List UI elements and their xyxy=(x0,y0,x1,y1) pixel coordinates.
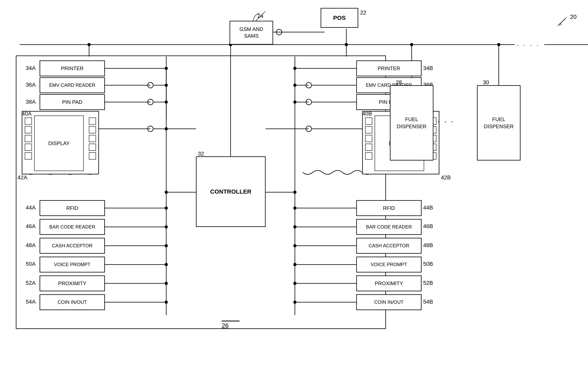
coin-b-label: COIN IN/OUT xyxy=(374,299,404,305)
controller-box: CONTROLLER xyxy=(196,156,266,227)
ref-42a: 42A xyxy=(17,174,27,181)
ref-28: 28 xyxy=(396,79,402,86)
voice-a-box: VOICE PROMPT xyxy=(40,257,105,272)
svg-line-1 xyxy=(558,18,566,26)
ref-26: 26 xyxy=(222,322,229,329)
rfid-a-label: RFID xyxy=(66,205,78,211)
coin-a-label: COIN IN/OUT xyxy=(58,299,87,305)
pos-label: POS xyxy=(333,14,346,21)
fuel-30-label: FUELDISPENSER xyxy=(484,116,514,130)
rfid-b-label: RFID xyxy=(383,205,395,211)
printer-a-box: PRINTER xyxy=(40,60,105,76)
ref-52a: 52A xyxy=(26,280,36,286)
display-a-btn-3 xyxy=(25,135,32,142)
rfid-b-box: RFID xyxy=(356,200,422,216)
cash-a-box: CASH ACCEPTOR xyxy=(40,238,105,254)
ref-46a: 46A xyxy=(26,223,36,229)
printer-b-box: PRINTER xyxy=(356,60,422,76)
cash-b-label: CASH ACCEPTOR xyxy=(369,243,409,248)
svg-point-11 xyxy=(87,43,91,46)
display-a-rbtn-3 xyxy=(89,135,96,142)
ref-32: 32 xyxy=(198,151,204,157)
cash-b-box: CASH ACCEPTOR xyxy=(356,238,422,254)
proximity-b-box: PROXIMITY xyxy=(356,275,422,291)
ref-22: 22 xyxy=(360,9,366,16)
ref-52b: 52B xyxy=(423,280,433,286)
display-b-btn-1 xyxy=(365,118,372,125)
ref-40a: 40A xyxy=(22,111,32,117)
controller-label: CONTROLLER xyxy=(210,188,251,195)
svg-point-8 xyxy=(345,43,348,46)
display-b-btn-2 xyxy=(365,126,372,133)
ref-48a: 48A xyxy=(26,242,36,248)
pos-box: POS xyxy=(321,8,358,28)
fuel-dispenser-30-box: FUELDISPENSER xyxy=(477,85,521,161)
display-a-label: DISPLAY xyxy=(48,140,70,146)
coin-b-box: COIN IN/OUT xyxy=(356,294,422,310)
display-a-rbtn-2 xyxy=(89,126,96,133)
ref-46b: 46B xyxy=(423,223,433,229)
voice-b-label: VOICE PROMPT xyxy=(371,262,407,267)
ref-30: 30 xyxy=(483,79,489,86)
cash-a-label: CASH ACCEPTOR xyxy=(52,243,93,248)
ref-42b: 42B xyxy=(441,174,451,181)
display-b-btn-3 xyxy=(365,135,372,142)
display-a-btn-2 xyxy=(25,126,32,133)
pin-a-box: PIN PAD xyxy=(40,94,105,110)
svg-text:· · · ·: · · · · xyxy=(517,41,540,48)
display-a-rbtn-5 xyxy=(89,152,96,160)
ref-50b: 50B xyxy=(423,261,433,267)
svg-point-14 xyxy=(410,43,413,46)
fuel-28-label: FUELDISPENSER xyxy=(397,116,427,130)
printer-a-label: PRINTER xyxy=(61,65,84,72)
ref-44b: 44B xyxy=(423,204,433,211)
fuel-dispenser-28-box: FUELDISPENSER xyxy=(390,85,434,161)
emv-a-label: EMV CARD READER xyxy=(49,82,95,88)
display-b-btn-5 xyxy=(365,152,372,160)
barcode-a-box: BAR CODE READER xyxy=(40,219,105,235)
diagram: 20 · · · · xyxy=(0,0,588,388)
ref-36a: 36A xyxy=(26,82,36,88)
ref-24: 24 xyxy=(257,13,263,19)
proximity-a-box: PROXIMITY xyxy=(40,275,105,291)
ref-54b: 54B xyxy=(423,299,433,305)
ref-34a: 34A xyxy=(26,65,36,71)
display-a-btn-5 xyxy=(25,152,32,160)
gsm-label: GSM ANDSAMS xyxy=(240,26,263,39)
display-a-btn-4 xyxy=(25,144,32,151)
ref-54a: 54A xyxy=(26,299,36,305)
svg-point-7 xyxy=(276,29,282,35)
rfid-a-box: RFID xyxy=(40,200,105,216)
display-b-btn-4 xyxy=(365,144,372,151)
display-a-screen: DISPLAY xyxy=(34,116,84,171)
fuel-dots: · · · xyxy=(437,117,455,126)
pin-a-label: PIN PAD xyxy=(62,99,82,105)
ref-50a: 50A xyxy=(26,261,36,267)
printer-b-label: PRINTER xyxy=(378,65,400,72)
display-a-rbtn-1 xyxy=(89,118,96,125)
barcode-a-label: BAR CODE READER xyxy=(49,224,95,230)
barcode-b-label: BAR CODE READER xyxy=(366,224,412,230)
display-a-unit: DISPLAY xyxy=(22,111,99,174)
voice-b-box: VOICE PROMPT xyxy=(356,257,422,272)
svg-text:20: 20 xyxy=(570,13,577,20)
ref-40b: 40B xyxy=(362,111,372,117)
barcode-b-box: BAR CODE READER xyxy=(356,219,422,235)
emv-a-box: EMV CARD READER xyxy=(40,77,105,93)
ref-48b: 48B xyxy=(423,242,433,248)
display-a-rbtn-4 xyxy=(89,144,96,151)
voice-a-label: VOICE PROMPT xyxy=(54,262,90,267)
proximity-a-label: PROXIMITY xyxy=(58,280,86,287)
ref-34b: 34B xyxy=(423,65,433,71)
ref-44a: 44A xyxy=(26,204,36,211)
gsm-box: GSM ANDSAMS xyxy=(230,21,273,45)
proximity-b-label: PROXIMITY xyxy=(375,280,403,287)
coin-a-box: COIN IN/OUT xyxy=(40,294,105,310)
svg-point-16 xyxy=(497,43,500,46)
ref-38a: 38A xyxy=(26,99,36,105)
display-a-btn-1 xyxy=(25,118,32,125)
